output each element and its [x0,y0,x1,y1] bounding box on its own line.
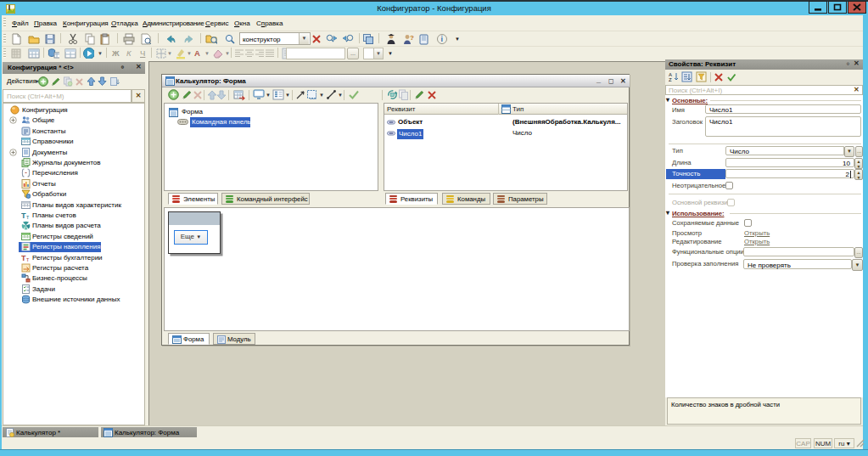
svg-text:Z: Z [669,77,672,82]
svg-text:т: т [26,256,30,262]
svg-text:т: т [26,214,30,220]
svg-text:i: i [441,35,444,43]
svg-text:?: ? [410,34,414,42]
